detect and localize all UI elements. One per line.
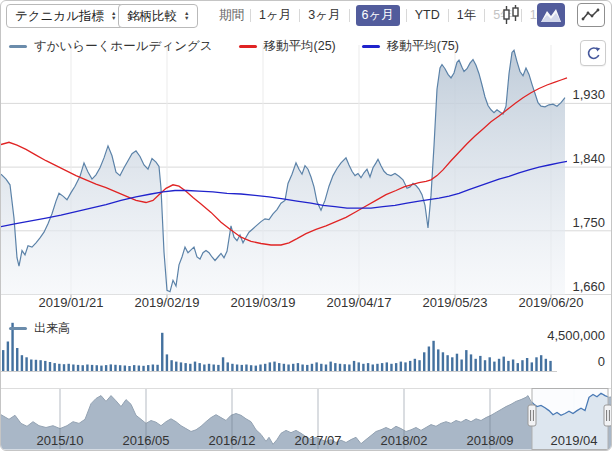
volume-bar: [58, 364, 60, 371]
volume-legend-marker: [9, 327, 27, 330]
line-chart-icon[interactable]: [577, 3, 605, 27]
volume-bar: [269, 362, 271, 371]
volume-bar: [320, 364, 322, 371]
volume-bar: [213, 365, 215, 372]
period-button-3ヶ月[interactable]: 3ヶ月: [306, 5, 342, 26]
volume-bar: [297, 363, 299, 371]
volume-bar: [114, 365, 116, 371]
period-button-1年[interactable]: 1年: [455, 5, 478, 26]
technical-indicator-dropdown[interactable]: テクニカル指標 ▲▼: [6, 4, 125, 28]
period-button-6ヶ月[interactable]: 6ヶ月: [356, 5, 400, 26]
volume-bar: [390, 364, 392, 371]
x-axis-label: 2019/05/23: [413, 295, 497, 310]
volume-bar: [203, 365, 205, 372]
legend-label: 移動平均(75): [387, 38, 459, 55]
nav-handle-left[interactable]: [528, 405, 536, 426]
volume-bar: [175, 362, 177, 371]
volume-bar: [446, 355, 448, 371]
nav-axis-label: 2018/09: [458, 433, 522, 448]
volume-bar: [367, 363, 369, 371]
volume-bar: [49, 362, 51, 371]
legend-marker: [9, 45, 27, 48]
volume-bar: [311, 364, 313, 371]
volume-bar: [287, 365, 289, 372]
volume-bar: [395, 363, 397, 371]
legend-item: 移動平均(25): [239, 38, 336, 55]
volume-bar: [358, 362, 360, 371]
candlestick-chart-icon[interactable]: [497, 3, 525, 27]
period-label: 期間: [219, 7, 244, 24]
volume-bar: [381, 363, 383, 371]
volume-bar: [189, 364, 191, 371]
refresh-button[interactable]: [580, 40, 606, 66]
volume-bar: [334, 363, 336, 371]
legend-item: すかいらーくホールディングス: [9, 38, 213, 55]
area-chart-icon[interactable]: [537, 3, 565, 27]
volume-bar: [414, 359, 416, 371]
volume-axis-zero-label: 0: [598, 354, 605, 369]
volume-bar: [184, 363, 186, 371]
volume-bar: [72, 365, 74, 372]
volume-bar: [119, 365, 121, 371]
nav-handle-right[interactable]: [604, 405, 612, 426]
volume-bar: [222, 357, 224, 371]
volume-bar: [348, 365, 350, 372]
volume-bar: [273, 362, 275, 371]
volume-bar: [409, 361, 411, 371]
volume-bar: [67, 364, 69, 371]
volume-bar: [512, 360, 514, 372]
period-button-1ヶ月[interactable]: 1ヶ月: [257, 5, 293, 26]
period-button-YTD[interactable]: YTD: [413, 6, 442, 24]
volume-bar: [376, 364, 378, 371]
volume-bar: [170, 360, 172, 371]
volume-bar: [493, 362, 495, 371]
volume-bar: [428, 347, 430, 372]
volume-bar: [353, 361, 355, 371]
volume-bar: [100, 366, 102, 371]
symbol-compare-dropdown-label: 銘柄比較: [127, 8, 177, 25]
legend-item: 移動平均(75): [362, 38, 459, 55]
volume-bar: [156, 365, 158, 371]
nav-axis-label: 2016/05: [114, 433, 178, 448]
volume-bar: [545, 359, 547, 371]
nav-axis-label: 2017/07: [286, 433, 350, 448]
volume-bar: [315, 362, 317, 371]
volume-bar: [124, 366, 126, 372]
volume-bar: [198, 363, 200, 371]
volume-bar: [21, 355, 23, 371]
volume-bar: [521, 360, 523, 371]
volume-bar: [82, 365, 84, 371]
symbol-compare-dropdown[interactable]: 銘柄比較 ▲▼: [118, 4, 198, 28]
volume-bar: [432, 341, 434, 371]
x-axis-label: 2019/03/19: [221, 295, 305, 310]
volume-bar: [517, 363, 519, 371]
volume-axis-max-label: 4,500,000: [547, 328, 605, 343]
volume-bar: [325, 365, 327, 372]
volume-bar: [460, 360, 462, 372]
volume-bar: [418, 360, 420, 371]
volume-bar: [531, 362, 533, 371]
volume-bar: [301, 365, 303, 372]
volume-bar: [245, 365, 247, 372]
x-axis-label: 2019/06/20: [509, 295, 593, 310]
volume-bar: [498, 359, 500, 371]
volume-bar: [362, 364, 364, 371]
nav-axis-label: 2016/12: [200, 433, 264, 448]
updown-arrow-icon: ▲▼: [184, 11, 189, 21]
volume-bar: [138, 366, 140, 372]
volume-bar: [53, 363, 55, 371]
volume-bar: [474, 359, 476, 371]
volume-bar: [128, 366, 130, 371]
legend-marker: [362, 45, 380, 48]
technical-indicator-dropdown-label: テクニカル指標: [15, 8, 104, 25]
volume-bar: [292, 364, 294, 371]
volume-bar: [91, 365, 93, 371]
legend-label: すかいらーくホールディングス: [34, 38, 213, 55]
volume-bar: [7, 342, 9, 372]
volume-bar: [161, 333, 163, 371]
volume-bar: [479, 356, 481, 371]
volume-bar: [250, 365, 252, 371]
volume-bar: [451, 357, 453, 371]
volume-bar: [166, 354, 168, 371]
refresh-icon: [586, 46, 601, 61]
